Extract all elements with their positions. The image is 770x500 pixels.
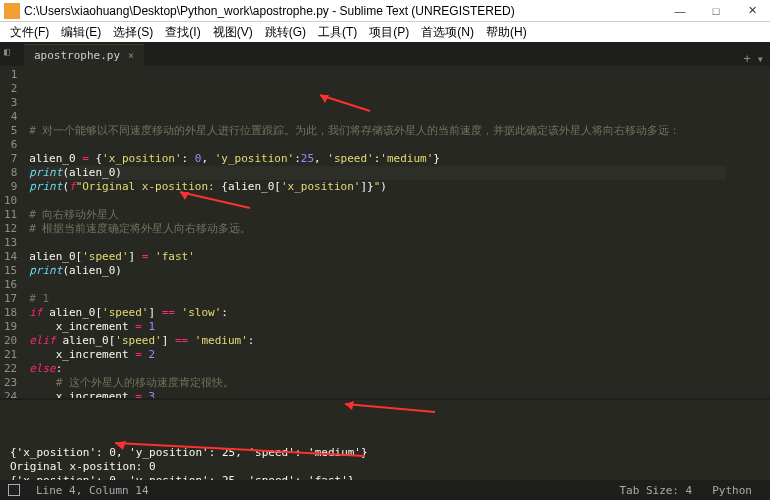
menu-item[interactable]: 项目(P): [363, 24, 415, 41]
menu-item[interactable]: 视图(V): [207, 24, 259, 41]
window-close-button[interactable]: ✕: [734, 0, 770, 22]
build-output[interactable]: {'x_position': 0, 'y_position': 25, 'spe…: [0, 398, 770, 480]
code-area[interactable]: # 对一个能够以不同速度移动的外星人进行位置跟踪。为此，我们将存储该外星人的当前…: [25, 66, 730, 398]
window-minimize-button[interactable]: —: [662, 0, 698, 22]
svg-marker-1: [320, 95, 329, 103]
status-position[interactable]: Line 4, Column 14: [26, 484, 159, 497]
menubar: 文件(F)编辑(E)选择(S)查找(I)视图(V)跳转(G)工具(T)项目(P)…: [0, 22, 770, 42]
menu-item[interactable]: 查找(I): [159, 24, 206, 41]
editor[interactable]: 1234567891011121314151617181920212223242…: [0, 66, 770, 398]
window-titlebar: C:\Users\xiaohuang\Desktop\Python_work\a…: [0, 0, 770, 22]
status-language[interactable]: Python: [702, 484, 762, 497]
menu-item[interactable]: 帮助(H): [480, 24, 533, 41]
annotation-arrow-icon: [340, 400, 440, 414]
menu-item[interactable]: 编辑(E): [55, 24, 107, 41]
svg-marker-5: [345, 401, 354, 410]
status-tabsize[interactable]: Tab Size: 4: [609, 484, 702, 497]
sidebar-toggle-icon[interactable]: ◧: [4, 46, 10, 57]
window-title: C:\Users\xiaohuang\Desktop\Python_work\a…: [24, 4, 662, 18]
menu-item[interactable]: 跳转(G): [259, 24, 312, 41]
menu-item[interactable]: 首选项(N): [415, 24, 480, 41]
new-tab-button[interactable]: +: [744, 52, 751, 66]
menu-item[interactable]: 选择(S): [107, 24, 159, 41]
app-icon: [4, 3, 20, 19]
tab-close-icon[interactable]: ×: [128, 50, 134, 61]
window-maximize-button[interactable]: □: [698, 0, 734, 22]
line-gutter: 1234567891011121314151617181920212223242…: [0, 66, 25, 398]
panel-switcher-icon[interactable]: [8, 484, 20, 496]
tab-apostrophe[interactable]: apostrophe.py ×: [24, 44, 144, 66]
minimap[interactable]: [730, 66, 770, 398]
menu-item[interactable]: 文件(F): [4, 24, 55, 41]
svg-line-0: [320, 95, 370, 111]
tab-menu-button[interactable]: ▾: [757, 52, 764, 66]
menu-item[interactable]: 工具(T): [312, 24, 363, 41]
statusbar: Line 4, Column 14 Tab Size: 4 Python: [0, 480, 770, 500]
tab-label: apostrophe.py: [34, 49, 120, 62]
svg-line-4: [345, 404, 435, 412]
annotation-arrow-icon: [315, 93, 375, 115]
tabbar: ◧ apostrophe.py × + ▾: [0, 42, 770, 66]
